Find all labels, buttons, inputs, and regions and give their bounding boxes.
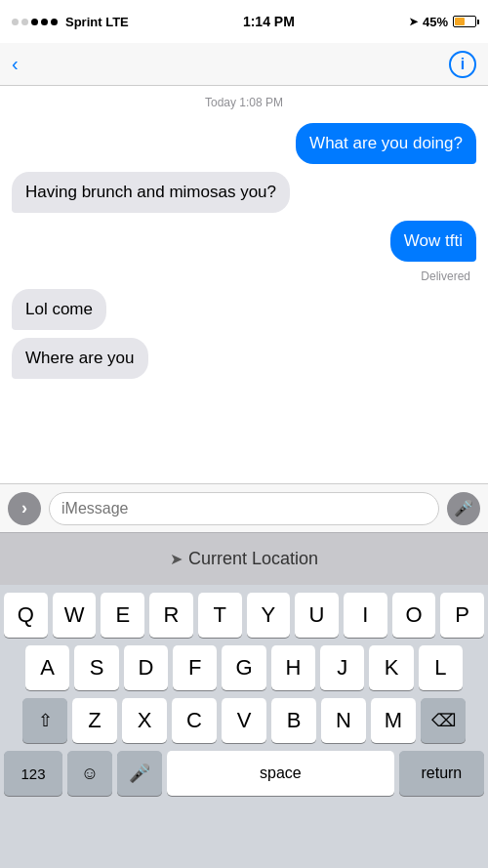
key-A[interactable]: A (25, 645, 69, 690)
location-arrow-icon: ➤ (409, 16, 418, 28)
status-left: Sprint LTE (12, 15, 129, 29)
location-arrow-icon: ➤ (170, 550, 183, 568)
battery-tip (477, 20, 479, 24)
status-time: 1:14 PM (243, 14, 295, 29)
mic-button[interactable]: 🎤 (447, 492, 480, 525)
key-B[interactable]: B (271, 698, 316, 743)
status-right: ➤ 45% (409, 15, 476, 29)
keyboard-row-3: ⇧ Z X C V B N M ⌫ (4, 698, 484, 743)
signal-dot-5 (51, 19, 58, 25)
num-key[interactable]: 123 (4, 751, 62, 796)
key-L[interactable]: L (419, 645, 463, 690)
key-U[interactable]: U (295, 593, 339, 638)
keyboard: Q W E R T Y U I O P A S D F G H J K L ⇧ … (0, 585, 488, 868)
signal-dot-2 (21, 19, 28, 25)
emoji-key[interactable]: ☺ (67, 751, 112, 796)
key-M[interactable]: M (371, 698, 416, 743)
key-Q[interactable]: Q (4, 593, 48, 638)
key-S[interactable]: S (74, 645, 118, 690)
message-row: Lol come (12, 289, 476, 330)
message-bubble: Having brunch and mimosas you? (12, 172, 290, 213)
key-R[interactable]: R (149, 593, 193, 638)
location-banner[interactable]: ➤ Current Location (0, 532, 488, 585)
shift-key[interactable]: ⇧ (22, 698, 67, 743)
input-bar: › 🎤 (0, 483, 488, 532)
key-N[interactable]: N (321, 698, 366, 743)
battery-percent: 45% (423, 15, 448, 29)
key-V[interactable]: V (222, 698, 266, 743)
message-bubble: Where are you (12, 338, 148, 379)
message-row: Having brunch and mimosas you? (12, 172, 476, 213)
delete-key[interactable]: ⌫ (421, 698, 466, 743)
expand-button[interactable]: › (8, 492, 41, 525)
status-bar: Sprint LTE 1:14 PM ➤ 45% (0, 0, 488, 43)
return-key[interactable]: return (399, 751, 484, 796)
key-X[interactable]: X (122, 698, 167, 743)
key-F[interactable]: F (173, 645, 217, 690)
nav-bar: ‹ i (0, 43, 488, 86)
delivered-label: Delivered (12, 269, 476, 283)
key-T[interactable]: T (198, 593, 242, 638)
key-O[interactable]: O (392, 593, 436, 638)
message-bubble: Wow tfti (390, 221, 476, 262)
battery-fill (455, 18, 465, 25)
signal-dots (12, 19, 58, 25)
keyboard-row-2: A S D F G H J K L (4, 645, 484, 690)
key-Y[interactable]: Y (247, 593, 291, 638)
key-C[interactable]: C (172, 698, 217, 743)
keyboard-row-1: Q W E R T Y U I O P (4, 593, 484, 638)
key-J[interactable]: J (320, 645, 364, 690)
message-row: Where are you (12, 338, 476, 379)
back-button[interactable]: ‹ (12, 53, 19, 75)
message-row: Wow tfti (12, 221, 476, 262)
location-banner-text: Current Location (188, 549, 318, 569)
key-Z[interactable]: Z (72, 698, 117, 743)
signal-dot-3 (31, 19, 38, 25)
message-bubble: Lol come (12, 289, 106, 330)
key-P[interactable]: P (440, 593, 484, 638)
signal-dot-4 (41, 19, 48, 25)
message-row: What are you doing? (12, 123, 476, 164)
timestamp-label: Today 1:08 PM (12, 96, 476, 109)
key-E[interactable]: E (101, 593, 144, 638)
key-K[interactable]: K (369, 645, 413, 690)
key-W[interactable]: W (53, 593, 97, 638)
message-bubble: What are you doing? (296, 123, 476, 164)
keyboard-row-4: 123 ☺ 🎤 space return (4, 751, 484, 796)
keyboard-mic-key[interactable]: 🎤 (117, 751, 162, 796)
message-input[interactable] (49, 492, 439, 525)
key-D[interactable]: D (124, 645, 168, 690)
key-G[interactable]: G (222, 645, 265, 690)
signal-dot-1 (12, 19, 19, 25)
battery-icon (453, 16, 476, 27)
carrier-label: Sprint LTE (65, 15, 129, 29)
info-button[interactable]: i (449, 51, 476, 78)
space-key[interactable]: space (167, 751, 394, 796)
key-H[interactable]: H (271, 645, 315, 690)
messages-area: Today 1:08 PM What are you doing? Having… (0, 86, 488, 483)
key-I[interactable]: I (344, 593, 387, 638)
